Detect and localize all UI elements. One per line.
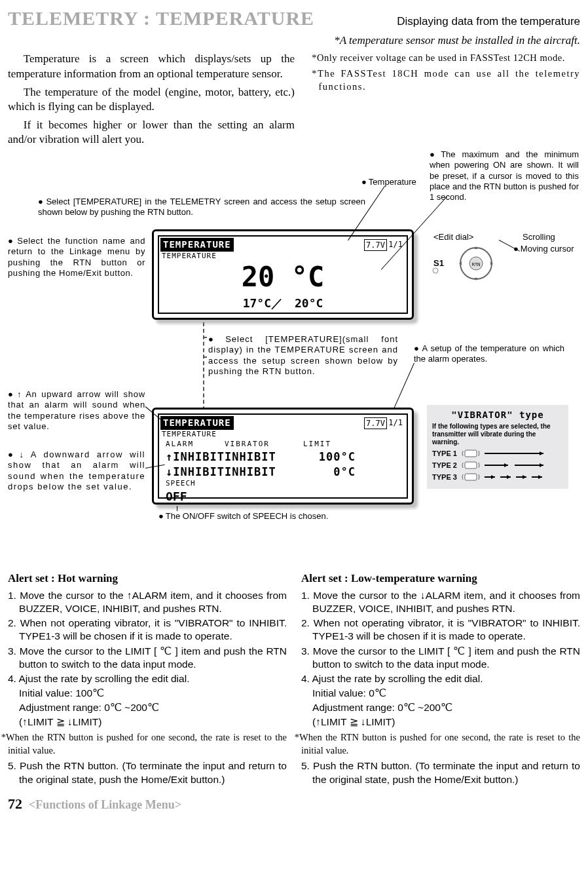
- lcd1-bigtemp: 20 °C: [159, 259, 407, 296]
- lcd2-speech-label: SPEECH: [166, 479, 407, 489]
- lcd2-h-alarm: ALARM: [166, 440, 225, 450]
- moving-cursor-text: Moving cursor: [521, 244, 574, 254]
- callout-up-arrow: ●↑ An upward arrow will show that an ala…: [8, 389, 145, 432]
- hot-step-3: 3. Move the cursor to the LIMIT [ ℃ ] it…: [19, 645, 287, 671]
- vib-pattern-1-icon: [485, 451, 543, 456]
- hot-step-2: 2. When not operating vibrator, it is "V…: [19, 617, 287, 643]
- callout-select-func-text: Select the function name and return to t…: [8, 236, 145, 278]
- vibrator-type-box: "VIBRATOR" type If the following types a…: [427, 405, 568, 489]
- low-step-4b: Adjustment range: 0℃ ~200℃: [312, 701, 580, 714]
- svg-marker-19: [523, 475, 526, 479]
- svg-rect-13: [465, 474, 477, 480]
- hot-step-4c: (↑LIMIT ≧ ↓LIMIT): [19, 716, 287, 729]
- vib-pattern-2-icon: [485, 463, 543, 468]
- callout-select-main: ●Select [TEMPERATURE] in the TELEMETRY s…: [38, 197, 365, 218]
- lcd1-title: TEMPERATURE: [160, 238, 234, 252]
- vibration-icon: [461, 461, 481, 470]
- callout-select-func: ●Select the function name and return to …: [8, 236, 145, 278]
- callout-select-small: ●Select [TEMPERATURE](small font display…: [208, 334, 398, 377]
- lcd2-r2c: 0°C: [303, 465, 356, 480]
- scrolling-label: Scrolling: [523, 232, 555, 242]
- vib-pattern-3-icon: [485, 474, 543, 480]
- svg-rect-5: [465, 450, 477, 457]
- lcd1-minmax: 17°C／ 20°C: [159, 296, 407, 311]
- alert-low-heading: Alert set : Low-temperature warning: [301, 571, 580, 586]
- vib-type3-label: TYPE 3: [432, 472, 457, 482]
- hot-step-1: 1. Move the cursor to the ↑ALARM item, a…: [19, 589, 287, 615]
- svg-point-4: [433, 268, 438, 273]
- footer-section: <Functions of Linkage Menu>: [29, 797, 181, 813]
- alert-hot-heading: Alert set : Hot warning: [8, 571, 287, 586]
- lcd2-r2a: ↓INHIBIT: [166, 465, 225, 480]
- svg-text:RTN: RTN: [472, 262, 481, 267]
- vibrator-row-3: TYPE 3: [432, 472, 563, 482]
- svg-marker-17: [507, 475, 511, 479]
- intro-p1: Temperature is a screen which displays/s…: [8, 52, 295, 81]
- low-step-4: 4. Ajust the rate by scrolling the edit …: [312, 672, 580, 685]
- vibrator-row-1: TYPE 1: [432, 449, 563, 459]
- svg-marker-10: [504, 463, 508, 467]
- lcd2-h-limit: LIMIT: [303, 440, 356, 450]
- svg-marker-15: [491, 475, 495, 479]
- lcd-screen-1: TEMPERATURE 7.7V 1/1 TEMPERATURE 20 °C 1…: [152, 229, 414, 320]
- callout-up-arrow-text: ↑ An upward arrow will show that an alar…: [8, 389, 145, 431]
- lcd2-speech-val: OFF: [166, 489, 407, 505]
- lcd2-r1c: 100°C: [303, 450, 356, 465]
- vibrator-sub: If the following types are selected, the…: [432, 423, 563, 446]
- intro-p3: If it becomes higher or lower than the s…: [8, 118, 295, 147]
- lcd2-page: 1/1: [388, 417, 403, 428]
- low-step-5: 5. Push the RTN button. (To terminate th…: [312, 759, 580, 786]
- lcd2-h-vib: VIBRATOR: [225, 440, 303, 450]
- svg-marker-12: [540, 463, 543, 467]
- install-note: *A temperature sensor must be installed …: [8, 33, 580, 48]
- hot-note-reset: *When the RTN button is pushed for one s…: [8, 731, 287, 757]
- edit-dial-icon: RTN: [453, 244, 499, 283]
- callout-max-min-text: The maximum and the minimum when powerin…: [430, 149, 579, 202]
- callout-select-main-text: Select [TEMPERATURE] in the TELEMETRY sc…: [38, 197, 365, 217]
- lcd2-vbatt: 7.7V: [364, 417, 387, 429]
- intro-p2: The temperature of the model (engine, mo…: [8, 85, 295, 114]
- callout-temperature-label: ●Temperature: [361, 177, 416, 187]
- lcd2-r2b: INHIBIT: [225, 465, 303, 480]
- alert-low-column: Alert set : Low-temperature warning 1. M…: [301, 571, 580, 788]
- hot-step-5: 5. Push the RTN button. (To terminate th…: [19, 759, 287, 786]
- low-step-1: 1. Move the cursor to the ↓ALARM item, a…: [312, 589, 580, 615]
- diagram-zone: ●The maximum and the minimum when poweri…: [8, 147, 580, 566]
- lcd-screen-2: TEMPERATURE 7.7V 1/1 TEMPERATURE ALARM V…: [152, 408, 414, 505]
- mode-note-1: *Only receiver voltage can be used in FA…: [319, 52, 581, 65]
- callout-select-small-text: Select [TEMPERATURE](small font display)…: [208, 334, 398, 376]
- callout-alarm-setup: ●A setup of the temperature on which the…: [414, 343, 564, 365]
- lcd2-sub: TEMPERATURE: [162, 430, 407, 440]
- callout-speech-text: The ON/OFF switch of SPEECH is chosen.: [166, 511, 329, 521]
- low-step-3: 3. Move the cursor to the LIMIT [ ℃ ] it…: [312, 645, 580, 671]
- svg-marker-21: [538, 475, 542, 479]
- page-title: TELEMETRY : TEMPERATURE: [8, 5, 314, 32]
- page-number: 72: [8, 794, 22, 814]
- vibrator-row-2: TYPE 2: [432, 461, 563, 470]
- svg-rect-8: [465, 462, 477, 469]
- vib-type1-label: TYPE 1: [432, 449, 457, 459]
- vibrator-title: "VIBRATOR" type: [432, 409, 563, 421]
- callout-temperature-text: Temperature: [369, 177, 416, 187]
- lcd2-r1b: INHIBIT: [225, 450, 303, 465]
- low-step-4a: Initial value: 0℃: [312, 687, 580, 700]
- intro-right: *Only receiver voltage can be used in FA…: [309, 52, 580, 151]
- callout-alarm-setup-text: A setup of the temperature on which the …: [414, 343, 564, 364]
- footer: 72 <Functions of Linkage Menu>: [8, 794, 580, 814]
- hot-step-4: 4. Ajust the rate by scrolling the edit …: [19, 672, 287, 685]
- vibration-icon: [461, 449, 481, 458]
- callout-down-arrow: ●↓ A downward arrow will show that an al…: [8, 450, 145, 492]
- callout-max-min: ●The maximum and the minimum when poweri…: [430, 149, 579, 202]
- callout-down-arrow-text: ↓ A downward arrow will show that an ala…: [8, 450, 145, 491]
- svg-marker-7: [540, 451, 543, 455]
- low-step-4c: (↑LIMIT ≧ ↓LIMIT): [312, 716, 580, 729]
- hot-step-4a: Initial value: 100℃: [19, 687, 287, 700]
- vib-type2-label: TYPE 2: [432, 461, 457, 470]
- edit-dial-label: <Edit dial>: [433, 232, 473, 242]
- moving-cursor-label: ●Moving cursor: [513, 244, 574, 254]
- lcd1-vbatt: 7.7V: [364, 239, 387, 251]
- alert-hot-column: Alert set : Hot warning 1. Move the curs…: [8, 571, 287, 788]
- page-subtitle: Displaying data from the temperature: [327, 14, 580, 29]
- mode-note-2: *The FASSTest 18CH mode can use all the …: [319, 67, 581, 93]
- vibration-icon: [461, 472, 481, 482]
